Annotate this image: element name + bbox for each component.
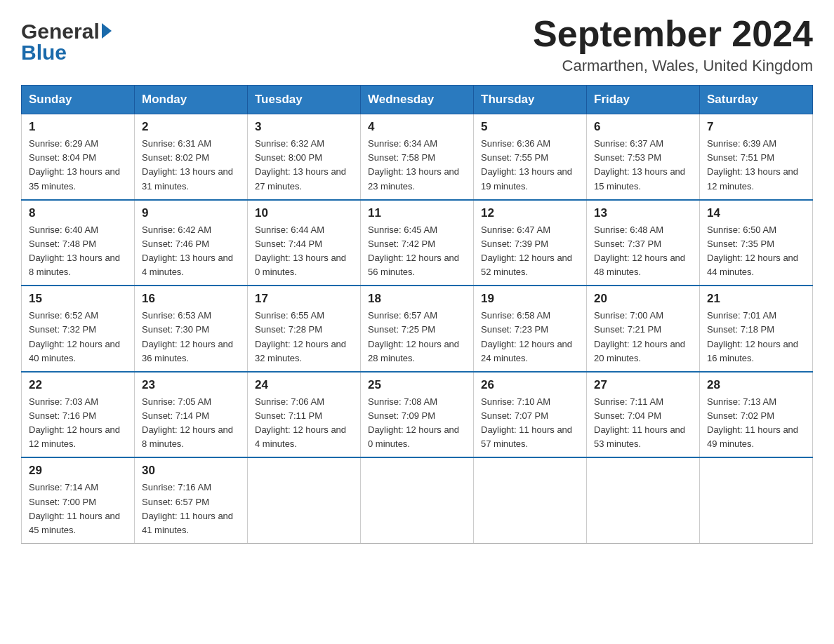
day-info: Sunrise: 7:00 AMSunset: 7:21 PMDaylight:… [594, 310, 685, 363]
table-row: 21 Sunrise: 7:01 AMSunset: 7:18 PMDaylig… [700, 286, 813, 372]
day-number: 1 [29, 120, 127, 134]
day-info: Sunrise: 7:14 AMSunset: 7:00 PMDaylight:… [29, 482, 120, 535]
day-info: Sunrise: 7:01 AMSunset: 7:18 PMDaylight:… [707, 310, 798, 363]
calendar-week-row: 29 Sunrise: 7:14 AMSunset: 7:00 PMDaylig… [22, 457, 813, 543]
day-number: 11 [368, 206, 466, 220]
table-row: 7 Sunrise: 6:39 AMSunset: 7:51 PMDayligh… [700, 114, 813, 200]
table-row: 28 Sunrise: 7:13 AMSunset: 7:02 PMDaylig… [700, 372, 813, 458]
table-row: 23 Sunrise: 7:05 AMSunset: 7:14 PMDaylig… [135, 372, 248, 458]
day-number: 12 [481, 206, 579, 220]
logo: General Blue [21, 14, 112, 63]
day-number: 2 [142, 120, 240, 134]
day-info: Sunrise: 7:13 AMSunset: 7:02 PMDaylight:… [707, 396, 798, 449]
day-info: Sunrise: 6:53 AMSunset: 7:30 PMDaylight:… [142, 310, 233, 363]
table-row: 6 Sunrise: 6:37 AMSunset: 7:53 PMDayligh… [587, 114, 700, 200]
col-wednesday: Wednesday [361, 86, 474, 114]
day-number: 18 [368, 292, 466, 306]
logo-general-text: General [21, 21, 100, 42]
col-thursday: Thursday [474, 86, 587, 114]
table-row: 17 Sunrise: 6:55 AMSunset: 7:28 PMDaylig… [248, 286, 361, 372]
day-info: Sunrise: 6:40 AMSunset: 7:48 PMDaylight:… [29, 224, 120, 277]
table-row: 3 Sunrise: 6:32 AMSunset: 8:00 PMDayligh… [248, 114, 361, 200]
table-row: 25 Sunrise: 7:08 AMSunset: 7:09 PMDaylig… [361, 372, 474, 458]
day-info: Sunrise: 6:39 AMSunset: 7:51 PMDaylight:… [707, 138, 798, 191]
day-number: 7 [707, 120, 805, 134]
title-area: September 2024 Carmarthen, Wales, United… [533, 14, 813, 75]
table-row: 4 Sunrise: 6:34 AMSunset: 7:58 PMDayligh… [361, 114, 474, 200]
table-row: 12 Sunrise: 6:47 AMSunset: 7:39 PMDaylig… [474, 200, 587, 286]
header-row: Sunday Monday Tuesday Wednesday Thursday… [22, 86, 813, 114]
table-row: 9 Sunrise: 6:42 AMSunset: 7:46 PMDayligh… [135, 200, 248, 286]
calendar-week-row: 8 Sunrise: 6:40 AMSunset: 7:48 PMDayligh… [22, 200, 813, 286]
day-number: 20 [594, 292, 692, 306]
table-row: 19 Sunrise: 6:58 AMSunset: 7:23 PMDaylig… [474, 286, 587, 372]
day-number: 6 [594, 120, 692, 134]
day-info: Sunrise: 6:45 AMSunset: 7:42 PMDaylight:… [368, 224, 459, 277]
day-number: 17 [255, 292, 353, 306]
col-saturday: Saturday [700, 86, 813, 114]
day-number: 24 [255, 378, 353, 392]
table-row: 30 Sunrise: 7:16 AMSunset: 6:57 PMDaylig… [135, 457, 248, 543]
day-number: 3 [255, 120, 353, 134]
month-title: September 2024 [533, 14, 813, 54]
table-row [248, 457, 361, 543]
col-sunday: Sunday [22, 86, 135, 114]
table-row: 11 Sunrise: 6:45 AMSunset: 7:42 PMDaylig… [361, 200, 474, 286]
day-number: 10 [255, 206, 353, 220]
col-friday: Friday [587, 86, 700, 114]
day-number: 5 [481, 120, 579, 134]
day-info: Sunrise: 6:37 AMSunset: 7:53 PMDaylight:… [594, 138, 685, 191]
col-monday: Monday [135, 86, 248, 114]
day-info: Sunrise: 7:11 AMSunset: 7:04 PMDaylight:… [594, 396, 685, 449]
day-info: Sunrise: 6:36 AMSunset: 7:55 PMDaylight:… [481, 138, 572, 191]
day-info: Sunrise: 6:31 AMSunset: 8:02 PMDaylight:… [142, 138, 233, 191]
day-info: Sunrise: 6:55 AMSunset: 7:28 PMDaylight:… [255, 310, 346, 363]
day-number: 14 [707, 206, 805, 220]
calendar-week-row: 1 Sunrise: 6:29 AMSunset: 8:04 PMDayligh… [22, 114, 813, 200]
day-number: 4 [368, 120, 466, 134]
table-row: 8 Sunrise: 6:40 AMSunset: 7:48 PMDayligh… [22, 200, 135, 286]
day-number: 25 [368, 378, 466, 392]
day-number: 21 [707, 292, 805, 306]
table-row: 29 Sunrise: 7:14 AMSunset: 7:00 PMDaylig… [22, 457, 135, 543]
day-number: 19 [481, 292, 579, 306]
table-row [474, 457, 587, 543]
logo-arrow-icon [102, 23, 112, 39]
day-info: Sunrise: 7:16 AMSunset: 6:57 PMDaylight:… [142, 482, 233, 535]
day-info: Sunrise: 6:42 AMSunset: 7:46 PMDaylight:… [142, 224, 233, 277]
day-info: Sunrise: 6:50 AMSunset: 7:35 PMDaylight:… [707, 224, 798, 277]
col-tuesday: Tuesday [248, 86, 361, 114]
day-number: 16 [142, 292, 240, 306]
logo-blue-text: Blue [21, 41, 67, 64]
table-row: 26 Sunrise: 7:10 AMSunset: 7:07 PMDaylig… [474, 372, 587, 458]
day-info: Sunrise: 7:03 AMSunset: 7:16 PMDaylight:… [29, 396, 120, 449]
day-number: 26 [481, 378, 579, 392]
day-info: Sunrise: 6:32 AMSunset: 8:00 PMDaylight:… [255, 138, 346, 191]
day-info: Sunrise: 6:29 AMSunset: 8:04 PMDaylight:… [29, 138, 120, 191]
day-number: 13 [594, 206, 692, 220]
day-number: 23 [142, 378, 240, 392]
table-row: 18 Sunrise: 6:57 AMSunset: 7:25 PMDaylig… [361, 286, 474, 372]
calendar-week-row: 15 Sunrise: 6:52 AMSunset: 7:32 PMDaylig… [22, 286, 813, 372]
day-number: 15 [29, 292, 127, 306]
table-row: 22 Sunrise: 7:03 AMSunset: 7:16 PMDaylig… [22, 372, 135, 458]
day-number: 29 [29, 464, 127, 478]
table-row: 15 Sunrise: 6:52 AMSunset: 7:32 PMDaylig… [22, 286, 135, 372]
day-number: 30 [142, 464, 240, 478]
table-row: 13 Sunrise: 6:48 AMSunset: 7:37 PMDaylig… [587, 200, 700, 286]
day-info: Sunrise: 6:52 AMSunset: 7:32 PMDaylight:… [29, 310, 120, 363]
day-info: Sunrise: 6:44 AMSunset: 7:44 PMDaylight:… [255, 224, 346, 277]
day-number: 28 [707, 378, 805, 392]
day-info: Sunrise: 7:08 AMSunset: 7:09 PMDaylight:… [368, 396, 459, 449]
calendar-table: Sunday Monday Tuesday Wednesday Thursday… [21, 85, 813, 544]
location-subtitle: Carmarthen, Wales, United Kingdom [533, 57, 813, 75]
table-row: 1 Sunrise: 6:29 AMSunset: 8:04 PMDayligh… [22, 114, 135, 200]
day-info: Sunrise: 6:58 AMSunset: 7:23 PMDaylight:… [481, 310, 572, 363]
calendar-week-row: 22 Sunrise: 7:03 AMSunset: 7:16 PMDaylig… [22, 372, 813, 458]
day-number: 27 [594, 378, 692, 392]
table-row [700, 457, 813, 543]
day-info: Sunrise: 6:34 AMSunset: 7:58 PMDaylight:… [368, 138, 459, 191]
table-row: 2 Sunrise: 6:31 AMSunset: 8:02 PMDayligh… [135, 114, 248, 200]
day-info: Sunrise: 6:47 AMSunset: 7:39 PMDaylight:… [481, 224, 572, 277]
table-row: 10 Sunrise: 6:44 AMSunset: 7:44 PMDaylig… [248, 200, 361, 286]
